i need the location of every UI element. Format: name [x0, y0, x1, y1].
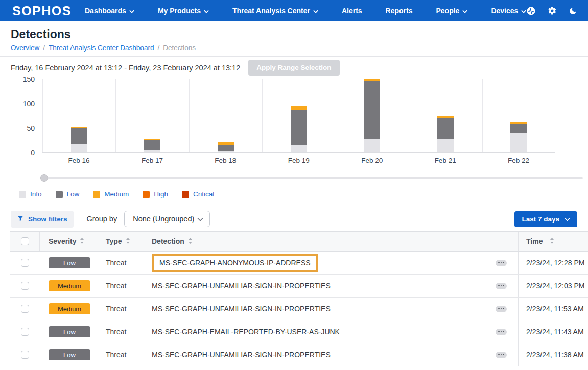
- row-checkbox[interactable]: [21, 328, 29, 336]
- nav-item-devices[interactable]: Devices: [491, 7, 526, 15]
- x-axis-tick-label: Feb 20: [336, 157, 409, 164]
- slider-handle[interactable]: [40, 174, 48, 182]
- row-checkbox[interactable]: [21, 305, 29, 313]
- top-nav: SOPHOS Dashboards My Products Threat Ana…: [0, 0, 588, 21]
- detection-time: 2/23/24, 11:53 AM: [526, 305, 584, 313]
- detection-type: Threat: [106, 259, 126, 267]
- chart-gridline: [42, 79, 43, 152]
- x-axis-tick-label: Feb 19: [262, 157, 335, 164]
- chevron-down-icon: [197, 215, 203, 223]
- detection-type: Threat: [106, 328, 126, 336]
- bar-segment-low: [364, 81, 380, 139]
- apply-range-selection-button[interactable]: Apply Range Selection: [248, 60, 339, 76]
- chart-range-slider: [0, 174, 588, 182]
- legend-item-medium[interactable]: Medium: [93, 190, 129, 198]
- column-header-detection[interactable]: Detection: [144, 237, 496, 246]
- sort-arrows-icon: [550, 237, 554, 246]
- stacked-bar-feb-16[interactable]: [71, 127, 87, 152]
- nav-item-reports[interactable]: Reports: [386, 7, 413, 15]
- stacked-bar-feb-20[interactable]: [364, 79, 380, 152]
- table-row[interactable]: Low Threat MS-SEC-GRAPH-ANONYMOUS-IP-ADD…: [10, 252, 588, 275]
- table-toolbar: Show filters Group by None (Ungrouped) L…: [0, 211, 588, 227]
- detection-name: MS-SEC-GRAPH-UNFAMILIAR-SIGN-IN-PROPERTI…: [152, 351, 331, 359]
- dark-mode-moon-icon[interactable]: [568, 6, 578, 16]
- row-checkbox[interactable]: [21, 351, 29, 359]
- row-actions-ellipsis-button[interactable]: [496, 283, 507, 289]
- bar-segment-low: [144, 140, 160, 150]
- legend-swatch-medium: [93, 191, 100, 198]
- chart-gridline: [336, 79, 336, 152]
- detection-type: Threat: [106, 282, 126, 290]
- sophos-logo[interactable]: SOPHOS: [12, 4, 72, 18]
- nav-item-alerts[interactable]: Alerts: [342, 7, 362, 15]
- time-range-button[interactable]: Last 7 days: [514, 211, 577, 227]
- chart-gridline: [555, 79, 555, 152]
- detection-name: MS-SEC-GRAPH-UNFAMILIAR-SIGN-IN-PROPERTI…: [152, 305, 331, 313]
- row-checkbox[interactable]: [21, 282, 29, 290]
- chart-gridline: [189, 79, 190, 152]
- group-by-dropdown[interactable]: None (Ungrouped): [124, 211, 210, 227]
- nav-item-dashboards[interactable]: Dashboards: [85, 7, 134, 15]
- table-body: Low Threat MS-SEC-GRAPH-ANONYMOUS-IP-ADD…: [10, 252, 588, 366]
- detections-stacked-bar-chart: 050100150 Feb 16Feb 17Feb 18Feb 19Feb 20…: [0, 78, 588, 168]
- detection-time: 2/23/24, 12:28 PM: [526, 259, 584, 267]
- bar-segment-low: [437, 118, 454, 139]
- detection-name: MS-SEC-GRAPH-UNFAMILIAR-SIGN-IN-PROPERTI…: [152, 282, 331, 290]
- bar-segment-low: [71, 128, 87, 144]
- chevron-down-icon: [204, 7, 209, 15]
- table-row[interactable]: Medium Threat MS-SEC-GRAPH-UNFAMILIAR-SI…: [10, 275, 588, 298]
- column-header-type[interactable]: Type: [97, 232, 144, 251]
- table-row[interactable]: Medium Threat MS-SEC-GRAPH-UNFAMILIAR-SI…: [10, 298, 588, 320]
- date-range-text: Friday, 16 February 2024 at 13:12 - Frid…: [11, 64, 240, 72]
- row-actions-ellipsis-button[interactable]: [496, 306, 507, 312]
- select-all-checkbox[interactable]: [21, 237, 29, 245]
- stacked-bar-feb-19[interactable]: [291, 106, 307, 152]
- table-row[interactable]: Low Threat MS-SEC-GRAPH-EMAIL-REPORTED-B…: [10, 320, 588, 343]
- breadcrumb-current: Detections: [163, 44, 196, 52]
- detection-time: 2/23/24, 12:03 PM: [526, 282, 584, 290]
- sort-arrows-icon: [80, 237, 84, 246]
- legend-item-high[interactable]: High: [143, 190, 168, 198]
- severity-badge: Low: [49, 257, 90, 268]
- detection-type: Threat: [106, 305, 126, 313]
- bar-segment-low: [218, 145, 234, 151]
- nav-icons: [526, 6, 578, 16]
- column-header-time[interactable]: Time: [519, 237, 588, 246]
- show-filters-button[interactable]: Show filters: [11, 211, 74, 228]
- bar-segment-info: [218, 151, 234, 152]
- table-row[interactable]: Low Threat MS-SEC-GRAPH-UNFAMILIAR-SIGN-…: [10, 343, 588, 366]
- legend-swatch-critical: [182, 191, 189, 198]
- row-actions-ellipsis-button[interactable]: [496, 352, 507, 358]
- column-header-severity[interactable]: Severity: [40, 232, 97, 251]
- chart-gridline: [262, 79, 263, 152]
- chevron-down-icon: [462, 7, 467, 15]
- legend-item-low[interactable]: Low: [56, 190, 80, 198]
- chart-gridline: [409, 79, 409, 152]
- chevron-down-icon: [565, 215, 570, 223]
- row-actions-ellipsis-button[interactable]: [496, 329, 507, 335]
- date-range-bar: Friday, 16 February 2024 at 13:12 - Frid…: [0, 57, 588, 76]
- nav-item-people[interactable]: People: [436, 7, 468, 15]
- stacked-bar-feb-18[interactable]: [218, 142, 234, 152]
- x-axis-tick-label: Feb 16: [42, 157, 115, 164]
- health-pulse-icon[interactable]: [526, 6, 536, 16]
- row-checkbox[interactable]: [21, 259, 29, 267]
- severity-badge: Low: [49, 326, 90, 337]
- row-actions-ellipsis-button[interactable]: [496, 260, 507, 266]
- breadcrumb: Overview / Threat Analysis Center Dashbo…: [11, 44, 577, 52]
- legend-swatch-high: [143, 191, 150, 198]
- stacked-bar-feb-22[interactable]: [510, 122, 527, 152]
- nav-menu: Dashboards My Products Threat Analysis C…: [85, 7, 526, 15]
- chevron-down-icon: [313, 7, 318, 15]
- bar-segment-info: [437, 139, 454, 152]
- settings-gear-icon[interactable]: [547, 6, 557, 16]
- breadcrumb-tac-dashboard-link[interactable]: Threat Analysis Center Dashboard: [49, 44, 154, 52]
- legend-item-info[interactable]: Info: [19, 190, 42, 198]
- legend-item-critical[interactable]: Critical: [182, 190, 214, 198]
- nav-item-threat-analysis-center[interactable]: Threat Analysis Center: [232, 7, 318, 15]
- nav-item-my-products[interactable]: My Products: [158, 7, 209, 15]
- breadcrumb-overview-link[interactable]: Overview: [11, 44, 39, 52]
- severity-badge: Low: [49, 349, 90, 360]
- stacked-bar-feb-17[interactable]: [144, 139, 160, 152]
- stacked-bar-feb-21[interactable]: [437, 116, 454, 152]
